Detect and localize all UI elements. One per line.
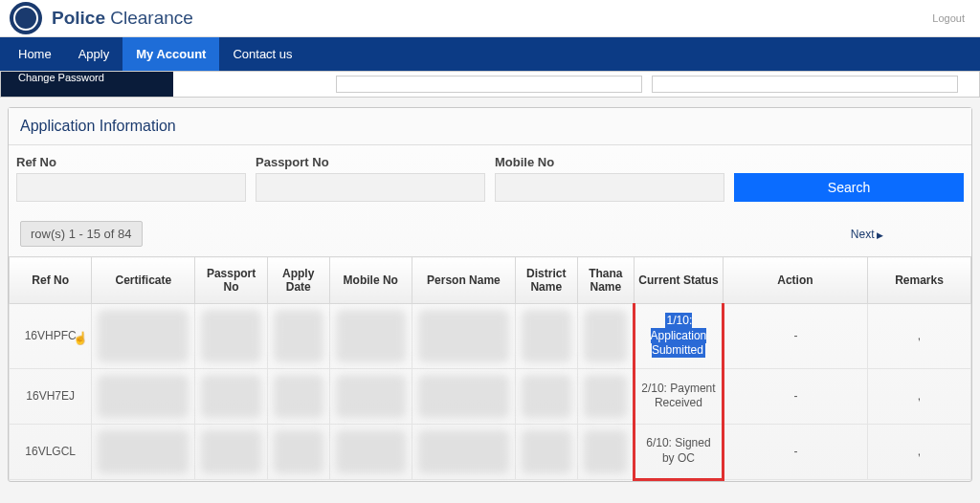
blurred-cell bbox=[577, 304, 634, 369]
blurred-cell bbox=[577, 368, 634, 424]
refno-input[interactable] bbox=[16, 173, 246, 202]
th-mobile[interactable]: Mobile No bbox=[329, 257, 412, 304]
blurred-cell bbox=[515, 424, 577, 479]
dropdown-2[interactable] bbox=[652, 76, 958, 93]
sub-row: Change Password bbox=[0, 71, 980, 98]
blurred-cell bbox=[92, 304, 195, 369]
th-cert[interactable]: Certificate bbox=[92, 257, 195, 304]
th-action[interactable]: Action bbox=[723, 257, 867, 304]
change-password-button[interactable]: Change Password bbox=[1, 72, 173, 97]
th-person[interactable]: Person Name bbox=[412, 257, 515, 304]
table-row: 16VHPFC☝1/10: Application Submitted-, bbox=[10, 304, 971, 369]
action-cell: - bbox=[723, 368, 867, 424]
passport-label: Passport No bbox=[256, 155, 485, 169]
main-nav: Home Apply My Account Contact us bbox=[0, 37, 980, 71]
blurred-cell bbox=[267, 368, 329, 424]
refno-label: Ref No bbox=[16, 155, 246, 169]
cursor-icon: ☝ bbox=[73, 331, 88, 345]
nav-home[interactable]: Home bbox=[5, 37, 65, 71]
nav-contact[interactable]: Contact us bbox=[219, 37, 305, 71]
blurred-cell bbox=[515, 304, 577, 369]
mobile-label: Mobile No bbox=[495, 155, 724, 169]
th-passport[interactable]: Passport No bbox=[195, 257, 268, 304]
brand-logo bbox=[10, 2, 42, 34]
search-row: Ref No Passport No Mobile No Search bbox=[9, 145, 971, 215]
brand-title: Police Clearance bbox=[52, 8, 193, 29]
th-apply[interactable]: Apply Date bbox=[267, 257, 329, 304]
pager-row: row(s) 1 - 15 of 84 Next bbox=[9, 215, 971, 256]
blurred-cell bbox=[195, 368, 268, 424]
status-cell: 6/10: Signed by OC bbox=[635, 424, 724, 479]
blurred-cell bbox=[195, 424, 268, 479]
logout-link[interactable]: Logout bbox=[932, 12, 965, 24]
blurred-cell bbox=[267, 304, 329, 369]
blurred-cell bbox=[412, 424, 515, 479]
status-cell: 2/10: Payment Received bbox=[635, 368, 724, 424]
table-row: 16VH7EJ2/10: Payment Received-, bbox=[10, 368, 971, 424]
mobile-input[interactable] bbox=[495, 173, 724, 202]
panel-title: Application Information bbox=[9, 108, 971, 145]
blurred-cell bbox=[329, 304, 412, 369]
ref-link[interactable]: 16VHPFC☝ bbox=[10, 304, 92, 369]
th-remarks[interactable]: Remarks bbox=[867, 257, 970, 304]
remarks-cell: , bbox=[867, 304, 970, 369]
remarks-cell: , bbox=[867, 424, 970, 479]
blurred-cell bbox=[329, 424, 412, 479]
applications-table: Ref No Certificate Passport No Apply Dat… bbox=[9, 256, 971, 481]
blurred-cell bbox=[329, 368, 412, 424]
th-district[interactable]: District Name bbox=[515, 257, 577, 304]
table-row: 16VLGCL6/10: Signed by OC-, bbox=[10, 424, 971, 479]
blurred-cell bbox=[267, 424, 329, 479]
blurred-cell bbox=[92, 424, 195, 479]
th-thana[interactable]: Thana Name bbox=[577, 257, 634, 304]
blurred-cell bbox=[195, 304, 268, 369]
blurred-cell bbox=[412, 304, 515, 369]
search-button[interactable]: Search bbox=[734, 173, 964, 202]
th-ref[interactable]: Ref No bbox=[10, 257, 92, 304]
ref-link[interactable]: 16VH7EJ bbox=[10, 368, 92, 424]
ref-link[interactable]: 16VLGCL bbox=[10, 424, 92, 479]
rows-indicator[interactable]: row(s) 1 - 15 of 84 bbox=[20, 221, 143, 247]
nav-my-account[interactable]: My Account bbox=[122, 37, 219, 71]
passport-input[interactable] bbox=[256, 173, 485, 202]
table-header-row: Ref No Certificate Passport No Apply Dat… bbox=[10, 257, 971, 304]
blurred-cell bbox=[412, 368, 515, 424]
action-cell: - bbox=[723, 424, 867, 479]
nav-apply[interactable]: Apply bbox=[65, 37, 123, 71]
th-status[interactable]: Current Status bbox=[635, 257, 724, 304]
blurred-cell bbox=[92, 368, 195, 424]
application-info-panel: Application Information Ref No Passport … bbox=[8, 107, 972, 482]
blurred-cell bbox=[515, 368, 577, 424]
status-cell: 1/10: Application Submitted bbox=[635, 304, 724, 369]
blurred-cell bbox=[577, 424, 634, 479]
next-page-link[interactable]: Next bbox=[851, 228, 960, 241]
remarks-cell: , bbox=[867, 368, 970, 424]
dropdown-1[interactable] bbox=[336, 76, 642, 93]
header-bar: Police Clearance Logout bbox=[0, 0, 980, 37]
action-cell: - bbox=[723, 304, 867, 369]
